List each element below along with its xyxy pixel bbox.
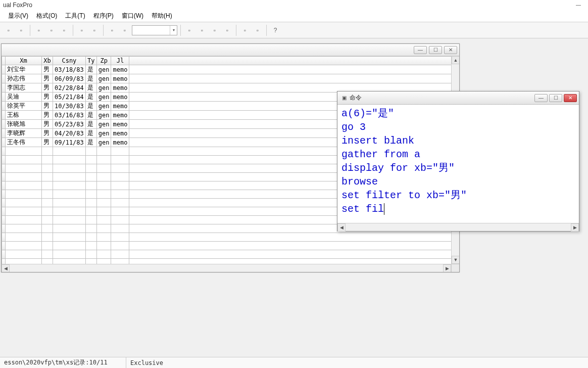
column-header-zp[interactable]: Zp — [96, 57, 111, 65]
menu-item-4[interactable]: 窗口(W) — [118, 12, 148, 20]
cell-xm[interactable]: 孙志伟 — [6, 74, 42, 83]
maximize-button[interactable]: ☐ — [429, 46, 442, 54]
cell-ty[interactable]: 是 — [85, 83, 96, 93]
cell-csny[interactable]: 06/09/83 — [53, 74, 86, 83]
command-titlebar[interactable]: ▣ 命令 — ☐ ✕ — [337, 91, 579, 105]
minimize-icon[interactable]: — — [572, 1, 585, 8]
cell-zp[interactable]: gen — [96, 120, 111, 129]
autoformat-icon[interactable]: ▫ — [239, 25, 251, 36]
cell-csny[interactable]: 03/18/83 — [53, 65, 86, 74]
cell-csny[interactable]: 05/21/84 — [53, 93, 86, 102]
row-header[interactable] — [2, 83, 6, 93]
cell-zp[interactable]: gen — [96, 65, 111, 74]
form-icon[interactable]: ▫ — [184, 25, 195, 36]
cell-xm[interactable]: 徐英平 — [6, 102, 42, 111]
menu-item-1[interactable]: 格式(O) — [32, 12, 61, 20]
cell-xm[interactable]: 吴迪 — [6, 93, 42, 102]
minimize-button[interactable]: — — [534, 94, 548, 102]
scroll-left-icon[interactable]: ◀ — [2, 264, 10, 272]
copy-icon[interactable]: ▫ — [46, 25, 57, 36]
cell-xm[interactable]: 刘宝华 — [6, 65, 42, 74]
cell-xb[interactable]: 男 — [42, 74, 53, 83]
cell-xm[interactable]: 王冬伟 — [6, 138, 42, 147]
column-header-xm[interactable]: Xm — [6, 57, 42, 65]
row-header[interactable] — [2, 102, 6, 111]
cell-csny[interactable]: 05/23/83 — [53, 120, 86, 129]
cell-jl[interactable]: memo — [111, 138, 129, 147]
minimize-button[interactable]: — — [414, 46, 427, 54]
cell-zp[interactable]: gen — [96, 74, 111, 83]
paste-icon[interactable]: ▫ — [59, 25, 70, 36]
cell-xb[interactable]: 男 — [42, 65, 53, 74]
row-header[interactable] — [2, 129, 6, 138]
close-button[interactable]: ✕ — [564, 94, 577, 102]
horizontal-scrollbar[interactable]: ◀ ▶ — [2, 264, 451, 272]
cell-jl[interactable]: memo — [111, 111, 129, 120]
menu-item-0[interactable]: 显示(V) — [4, 12, 32, 20]
cell-xm[interactable]: 李晓辉 — [6, 129, 42, 138]
scroll-left-icon[interactable]: ◀ — [337, 223, 346, 232]
cell-ty[interactable]: 是 — [85, 120, 96, 129]
toolbar-combo[interactable]: ▾ — [132, 25, 177, 35]
cell-xb[interactable]: 男 — [42, 93, 53, 102]
cell-ty[interactable]: 是 — [85, 74, 96, 83]
cell-jl[interactable]: memo — [111, 120, 129, 129]
close-button[interactable]: ✕ — [444, 46, 457, 54]
scroll-down-icon[interactable]: ▼ — [452, 256, 459, 264]
menu-item-3[interactable]: 程序(P) — [89, 12, 118, 20]
row-header[interactable] — [2, 111, 6, 120]
builder-icon[interactable]: ▫ — [252, 25, 263, 36]
help-icon[interactable]: ? — [270, 25, 281, 36]
cell-zp[interactable]: gen — [96, 129, 111, 138]
row-header[interactable] — [2, 74, 6, 83]
scroll-right-icon[interactable]: ▶ — [443, 264, 451, 272]
cell-xb[interactable]: 男 — [42, 83, 53, 93]
menu-item-5[interactable]: 帮助(H) — [148, 12, 176, 20]
database-icon[interactable]: ▫ — [222, 25, 233, 36]
undo-icon[interactable]: ▫ — [76, 25, 87, 36]
maximize-button[interactable]: ☐ — [549, 94, 562, 102]
cell-zp[interactable]: gen — [96, 111, 111, 120]
modify-icon[interactable]: ▫ — [119, 25, 130, 36]
cell-xb[interactable]: 男 — [42, 129, 53, 138]
column-header-jl[interactable]: Jl — [111, 57, 129, 65]
cell-xm[interactable]: 王栋 — [6, 111, 42, 120]
menu-item-2[interactable]: 工具(T) — [61, 12, 89, 20]
scroll-right-icon[interactable]: ▶ — [571, 223, 579, 232]
redo-icon[interactable]: ▫ — [89, 25, 100, 36]
table-row[interactable]: 刘宝华男03/18/83是genmemo — [2, 65, 457, 74]
cell-zp[interactable]: gen — [96, 138, 111, 147]
label-icon[interactable]: ▫ — [209, 25, 220, 36]
browse-titlebar[interactable]: — ☐ ✕ — [2, 44, 459, 56]
report-icon[interactable]: ▫ — [197, 25, 208, 36]
cell-zp[interactable]: gen — [96, 93, 111, 102]
cell-xb[interactable]: 男 — [42, 138, 53, 147]
column-header-csny[interactable]: Csny — [53, 57, 86, 65]
cell-ty[interactable]: 是 — [85, 102, 96, 111]
cell-jl[interactable]: memo — [111, 93, 129, 102]
run-icon[interactable]: ▫ — [107, 25, 118, 36]
cell-xb[interactable]: 男 — [42, 120, 53, 129]
cell-jl[interactable]: memo — [111, 83, 129, 93]
row-header[interactable] — [2, 120, 6, 129]
column-header-xb[interactable]: Xb — [42, 57, 53, 65]
cell-xm[interactable]: 李国志 — [6, 83, 42, 93]
cell-jl[interactable]: memo — [111, 102, 129, 111]
new-icon[interactable]: ▫ — [3, 25, 14, 36]
cell-ty[interactable]: 是 — [85, 65, 96, 74]
cut-icon[interactable]: ▫ — [33, 25, 44, 36]
cell-ty[interactable]: 是 — [85, 93, 96, 102]
cell-ty[interactable]: 是 — [85, 111, 96, 120]
chevron-down-icon[interactable]: ▾ — [170, 26, 177, 35]
column-header-ty[interactable]: Ty — [85, 57, 96, 65]
cell-jl[interactable]: memo — [111, 65, 129, 74]
cell-ty[interactable]: 是 — [85, 138, 96, 147]
cell-csny[interactable]: 02/28/84 — [53, 83, 86, 93]
cell-zp[interactable]: gen — [96, 102, 111, 111]
cell-csny[interactable]: 03/16/83 — [53, 111, 86, 120]
cell-xb[interactable]: 男 — [42, 102, 53, 111]
row-header[interactable] — [2, 93, 6, 102]
row-header[interactable] — [2, 138, 6, 147]
cell-jl[interactable]: memo — [111, 74, 129, 83]
cell-csny[interactable]: 04/20/83 — [53, 129, 86, 138]
